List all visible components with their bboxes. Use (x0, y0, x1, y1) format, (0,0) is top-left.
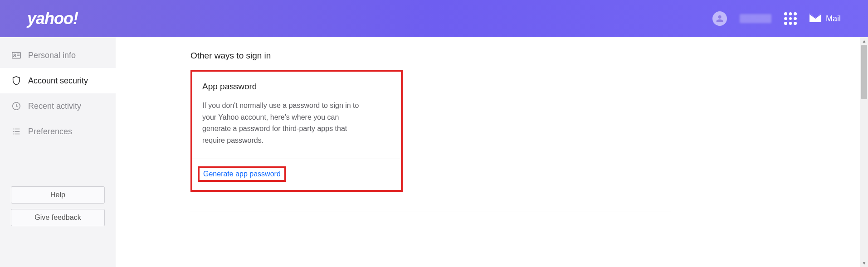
card-title: App password (202, 82, 391, 92)
section-title: Other ways to sign in (190, 51, 868, 61)
sidebar: Personal info Account security Recent ac… (0, 37, 116, 267)
sidebar-item-account-security[interactable]: Account security (0, 68, 116, 93)
content: Other ways to sign in App password If yo… (116, 37, 868, 267)
svg-rect-0 (12, 53, 20, 58)
sidebar-item-label: Personal info (28, 51, 76, 60)
sidebar-item-label: Preferences (28, 127, 72, 136)
app-password-card: App password If you don't normally use a… (190, 70, 403, 192)
main: Personal info Account security Recent ac… (0, 37, 868, 267)
mail-icon (809, 13, 821, 24)
scroll-up-icon[interactable]: ▲ (860, 37, 868, 45)
feedback-button[interactable]: Give feedback (11, 209, 105, 226)
list-icon (11, 126, 22, 137)
avatar[interactable] (712, 11, 727, 26)
svg-point-1 (14, 54, 16, 56)
header: yahoo! Mail (0, 0, 868, 37)
sidebar-item-label: Account security (28, 76, 88, 86)
header-right: Mail (712, 11, 841, 26)
sidebar-item-label: Recent activity (28, 102, 81, 111)
clock-icon (11, 101, 22, 112)
sidebar-item-recent-activity[interactable]: Recent activity (0, 93, 116, 119)
card-description: If you don't normally use a password to … (202, 100, 366, 146)
id-card-icon (11, 50, 22, 61)
scrollbar-thumb[interactable] (861, 45, 867, 99)
generate-app-password-link[interactable]: Generate app password (203, 170, 281, 178)
person-icon (715, 14, 725, 24)
scroll-down-icon[interactable]: ▼ (860, 259, 868, 267)
mail-label: Mail (826, 14, 841, 24)
help-button[interactable]: Help (11, 186, 105, 204)
scrollbar[interactable]: ▲ ▼ (860, 37, 868, 267)
highlight-box: Generate app password (198, 166, 286, 182)
sidebar-bottom: Help Give feedback (11, 186, 105, 226)
apps-grid-icon[interactable] (784, 12, 797, 25)
divider (190, 212, 671, 212)
yahoo-logo[interactable]: yahoo! (27, 9, 78, 28)
mail-link[interactable]: Mail (809, 13, 841, 24)
sidebar-item-preferences[interactable]: Preferences (0, 119, 116, 144)
sidebar-item-personal-info[interactable]: Personal info (0, 43, 116, 68)
shield-icon (11, 75, 22, 86)
username-label (740, 14, 771, 23)
